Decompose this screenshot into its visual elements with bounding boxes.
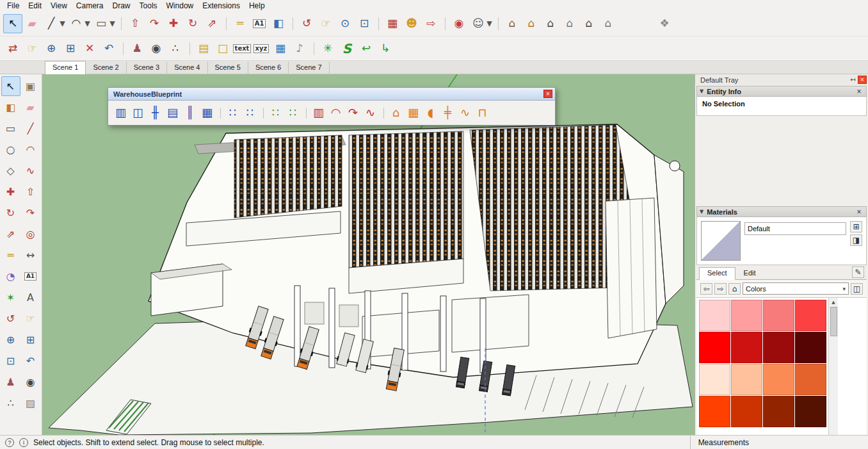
color-swatch[interactable] (731, 364, 762, 395)
menu-file[interactable]: File (3, 1, 24, 11)
zoom-tool[interactable]: ⊕ (42, 39, 61, 58)
scale-tool[interactable]: ⇗ (1, 224, 20, 244)
drive-in-rack-tool[interactable]: ╫ (147, 104, 164, 122)
entity-info-close-button[interactable]: × (855, 87, 864, 96)
zoom-window-tool[interactable]: ⊞ (21, 330, 40, 350)
scrollbar-thumb[interactable] (830, 307, 837, 336)
color-swatch[interactable] (795, 332, 826, 363)
back-button[interactable]: ⇦ (700, 283, 712, 295)
tab-scene-2[interactable]: Scene 2 (86, 61, 126, 74)
protractor-tool[interactable]: ◔ (1, 266, 20, 286)
color-swatch[interactable] (699, 332, 730, 363)
look-around-tool[interactable]: ◉ (147, 39, 166, 58)
menu-camera[interactable]: Camera (72, 1, 108, 11)
tab-scene-5[interactable]: Scene 5 (208, 61, 248, 74)
share-model-button[interactable]: ⇨ (421, 14, 440, 33)
warehouse-shell-tool[interactable]: ⌂ (387, 104, 405, 122)
zoom-extents-tool[interactable]: ✕ (80, 39, 99, 58)
pan-tool[interactable]: ☞ (316, 14, 335, 33)
instructor-button[interactable]: ◉ (449, 14, 469, 33)
color-swatch[interactable] (763, 300, 794, 331)
color-swatch[interactable] (731, 396, 762, 427)
pan-tool[interactable]: ☞ (22, 39, 42, 58)
color-swatch[interactable] (763, 364, 794, 395)
beam-section-tool[interactable]: ╪ (439, 104, 456, 122)
eraser-tool[interactable]: ▰ (21, 97, 40, 117)
zoom-extents-tool[interactable]: ⊡ (355, 14, 374, 33)
materials-header[interactable]: ▼ Materials × (696, 206, 867, 217)
push-pull-tool[interactable]: ⇧ (21, 182, 40, 202)
circle-tool[interactable]: ○ (1, 140, 20, 159)
select-tool[interactable]: ↖ (3, 14, 22, 33)
tape-measure-tool[interactable]: ═ (230, 14, 250, 33)
tab-scene-7[interactable]: Scene 7 (289, 61, 329, 74)
tab-scene-4[interactable]: Scene 4 (167, 61, 207, 74)
3d-text-tool[interactable]: A (21, 288, 40, 307)
push-pull-tool[interactable]: ⇧ (125, 14, 145, 33)
house-component-button[interactable]: ⌂ (541, 14, 560, 33)
dock-bumper-tool[interactable]: ◖ (422, 104, 439, 122)
text-tool[interactable]: A1 (21, 266, 40, 286)
conveyor-path-tool[interactable]: ∿ (456, 104, 474, 122)
tab-scene-6[interactable]: Scene 6 (248, 61, 289, 74)
materials-tab-edit[interactable]: Edit (735, 267, 764, 279)
walk-tool[interactable]: ∴ (1, 393, 20, 413)
tray-close-button[interactable]: × (858, 76, 867, 84)
tape-measure-tool[interactable]: ═ (1, 245, 20, 265)
scroll-up-icon[interactable]: ▲ (832, 298, 835, 305)
pan-tool[interactable]: ☞ (21, 309, 40, 329)
get-models-button[interactable]: ⌂ (502, 14, 522, 33)
look-around-tool[interactable]: ◉ (21, 372, 40, 392)
secondary-pane-button[interactable]: ◨ (850, 234, 862, 246)
rotate-tool[interactable]: ↻ (183, 14, 202, 33)
zoom-extents-tool[interactable]: ⊡ (1, 351, 20, 371)
menu-extensions[interactable]: Extensions (198, 1, 245, 11)
zoom-window-tool[interactable]: ⊞ (61, 39, 80, 58)
material-name-input[interactable] (744, 222, 846, 235)
menu-view[interactable]: View (46, 1, 72, 11)
measurements-input[interactable] (754, 438, 863, 447)
move-tool[interactable]: ✚ (164, 14, 183, 33)
section-plane-tool[interactable]: ▨ (21, 393, 40, 413)
upright-frame-tool[interactable]: ║ (181, 104, 198, 122)
paint-bucket-tool[interactable]: ◧ (269, 14, 288, 33)
color-grid-button[interactable]: ▦ (271, 39, 290, 58)
arc-tool-dropdown[interactable]: ▾ (83, 14, 92, 33)
share-warehouse-button[interactable]: ⌂ (522, 14, 541, 33)
csv-import-button[interactable]: ↩ (357, 39, 376, 58)
line-tool[interactable]: ╱ (21, 118, 40, 138)
previous-view-button[interactable]: ↶ (99, 39, 118, 58)
xyz-csv-button[interactable]: xyz (252, 39, 271, 58)
zoom-tool[interactable]: ⊕ (1, 330, 20, 350)
speech-tool-button[interactable]: ♪ (290, 39, 309, 58)
credits-status-icon[interactable]: i (19, 438, 28, 447)
import-arrow-button[interactable]: ↳ (376, 39, 395, 58)
offset-tool[interactable]: ◎ (21, 224, 40, 244)
eraser-tool[interactable]: ▰ (22, 14, 42, 33)
position-camera-tool[interactable]: ♟ (1, 372, 20, 392)
orbit-tool[interactable]: ↺ (1, 309, 20, 329)
text-plugin-button[interactable]: text (232, 39, 252, 58)
shed-component-button[interactable]: ⌂ (560, 14, 579, 33)
ramp-profile-tool[interactable]: ↷ (344, 104, 362, 122)
follow-me-tool[interactable]: ↷ (145, 14, 164, 33)
axes-tool[interactable]: ✶ (1, 288, 20, 307)
toolbar-titlebar[interactable]: WarehouseBlueprint × (108, 88, 555, 101)
scale-tool[interactable]: ⇗ (202, 14, 221, 33)
make-component-tool[interactable]: ▣ (21, 76, 40, 96)
component-options-button[interactable]: ▤ (194, 39, 213, 58)
select-tool[interactable]: ↖ (1, 76, 20, 96)
face-style-button[interactable]: ☻ (402, 14, 421, 33)
pallet-zone-tool[interactable]: ▦ (405, 104, 422, 122)
home-component-button[interactable]: ⌂ (579, 14, 599, 33)
menu-edit[interactable]: Edit (24, 1, 46, 11)
color-swatch[interactable] (699, 300, 730, 331)
sketchup-stl-button[interactable]: S (337, 39, 357, 58)
pin-icon[interactable]: ↧ (849, 77, 856, 82)
back-to-back-rack-tool[interactable]: ◫ (129, 104, 147, 122)
rotate-tool[interactable]: ↻ (1, 203, 20, 223)
position-camera-tool[interactable]: ♟ (127, 39, 147, 58)
swatches-scrollbar[interactable]: ▲ (828, 298, 838, 435)
menu-tools[interactable]: Tools (135, 1, 162, 11)
tile-grid-tool[interactable]: ∷ (284, 104, 301, 122)
